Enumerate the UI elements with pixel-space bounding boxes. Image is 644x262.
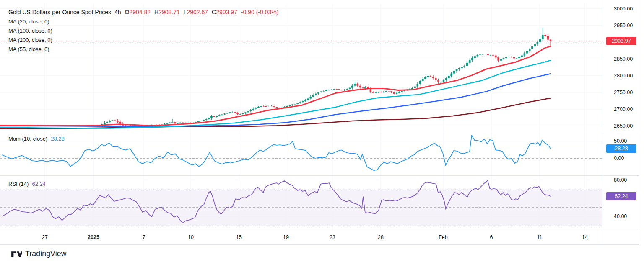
- time-axis-label: 15: [236, 234, 242, 240]
- ma-20-legend[interactable]: MA (20, close, 0): [8, 18, 278, 26]
- momentum-value: 28.28: [51, 136, 65, 142]
- low-value: 2902.67: [187, 9, 208, 15]
- rsi-legend[interactable]: RSI (14)62.24: [8, 180, 46, 188]
- time-axis-label: 19: [283, 234, 289, 240]
- time-axis-label: Feb: [439, 234, 448, 240]
- rsi-value: 62.24: [32, 181, 46, 187]
- time-axis-label: 6: [490, 234, 493, 240]
- main-legend: Gold US Dollars per Ounce Spot Prices, 4…: [8, 9, 278, 53]
- price-axis-label: 2850.00: [614, 56, 633, 62]
- price-axis-label: 2700.00: [614, 106, 633, 113]
- rsi-value-badge: 62.24: [606, 192, 636, 200]
- symbol-title: Gold US Dollars per Ounce Spot Prices, 4…: [8, 9, 121, 15]
- time-axis-label: 10: [188, 234, 194, 240]
- rsi-axis-label: 40.00: [614, 213, 627, 220]
- time-axis-label: 28: [378, 234, 384, 240]
- tradingview-logo-icon: [11, 249, 22, 258]
- momentum-axis-label: 50.00: [614, 138, 627, 144]
- momentum-label: Mom (10, close): [8, 136, 47, 142]
- close-label: C: [212, 9, 216, 15]
- change-value: -0.90 (-0.03%): [241, 9, 278, 15]
- price-axis-label: 3000.00: [614, 5, 633, 12]
- close-value: 2903.97: [216, 9, 237, 15]
- time-axis-label: 23: [330, 234, 335, 240]
- low-label: L: [184, 9, 187, 15]
- momentum-legend[interactable]: Mom (10, close)28.28: [8, 135, 65, 143]
- open-label: O: [125, 9, 129, 15]
- last-price-badge: 2903.97: [606, 37, 636, 45]
- price-axis-label: 2650.00: [614, 123, 633, 129]
- time-axis-label: 14: [582, 234, 588, 240]
- momentum-axis-label: 0.00: [614, 155, 624, 162]
- ma-55-legend[interactable]: MA (55, close, 0): [8, 46, 278, 53]
- tradingview-logo[interactable]: TradingView: [11, 249, 67, 258]
- ma-100-legend[interactable]: MA (100, close, 0): [8, 27, 278, 35]
- momentum-value-badge: 28.28: [606, 144, 636, 153]
- tradingview-logo-text: TradingView: [25, 249, 67, 258]
- rsi-axis-label: 80.00: [614, 177, 627, 183]
- time-axis-label: 7: [143, 234, 145, 240]
- time-axis-label: 2025: [88, 234, 99, 240]
- price-axis-label: 2950.00: [614, 22, 633, 29]
- price-axis-label: 2750.00: [614, 89, 633, 96]
- high-value: 2908.71: [158, 9, 180, 15]
- ma-200-legend[interactable]: MA (200, close, 0): [8, 36, 278, 44]
- open-value: 2904.82: [129, 9, 151, 15]
- symbol-legend-row[interactable]: Gold US Dollars per Ounce Spot Prices, 4…: [8, 9, 278, 16]
- price-axis-label: 2800.00: [614, 72, 633, 79]
- time-axis-label: 11: [537, 234, 543, 240]
- high-label: H: [154, 9, 158, 15]
- rsi-label: RSI (14): [8, 181, 29, 187]
- trading-chart-app: Gold US Dollars per Ounce Spot Prices, 4…: [0, 0, 644, 262]
- time-axis-label: 27: [42, 234, 48, 240]
